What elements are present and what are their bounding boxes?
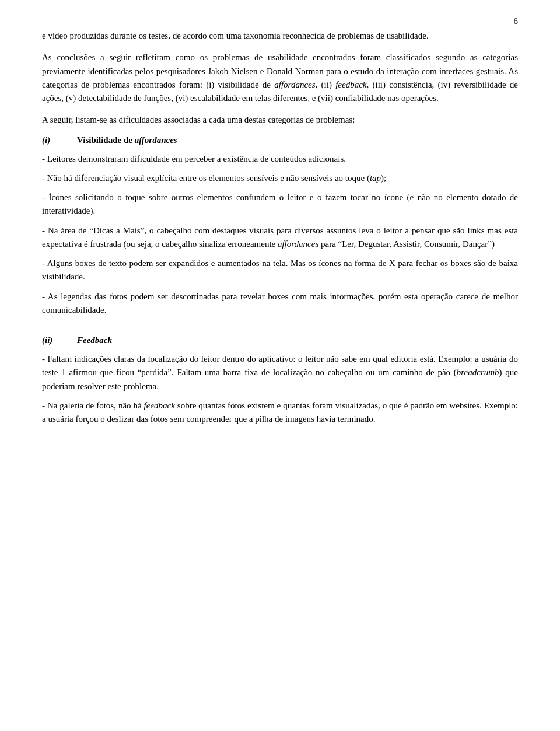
feedback-title-italic: Feedback: [77, 335, 112, 345]
affordances-italic-4: affordances: [278, 239, 318, 249]
section-ii-item-1: - Faltam indicações claras da localizaçã…: [42, 352, 518, 393]
breadcrumb-italic: breadcrumb: [457, 368, 499, 377]
section-i-item-3: - Ícones solicitando o toque sobre outro…: [42, 191, 518, 218]
intro-paragraph-1: e vídeo produzidas durante os testes, de…: [42, 29, 518, 43]
section-ii-heading: (ii) Feedback: [42, 335, 518, 345]
section-i-title: Visibilidade de affordances: [77, 135, 177, 145]
section-i-item-4: - Na área de “Dicas a Mais”, o cabeçalho…: [42, 224, 518, 251]
intro-paragraph-3: A seguir, listam-se as dificuldades asso…: [42, 113, 518, 127]
section-ii-title: Feedback: [77, 335, 112, 345]
section-ii: (ii) Feedback - Faltam indicações claras…: [42, 335, 518, 426]
feedback-italic-1: feedback: [335, 80, 366, 89]
content-area: e vídeo produzidas durante os testes, de…: [42, 29, 518, 426]
section-i-item-1: - Leitores demonstraram dificuldade em p…: [42, 152, 518, 166]
section-ii-label: (ii): [42, 335, 77, 345]
section-i-label: (i): [42, 135, 77, 145]
affordances-italic-1: affordances: [274, 80, 315, 89]
feedback-italic-2: feedback: [144, 401, 175, 410]
intro-paragraph-2: As conclusões a seguir refletiram como o…: [42, 51, 518, 105]
tap-italic: tap: [370, 173, 381, 183]
section-ii-item-2: - Na galeria de fotos, não há feedback s…: [42, 399, 518, 426]
section-i-item-6: - As legendas das fotos podem ser descor…: [42, 290, 518, 317]
section-i-item-2: - Não há diferenciação visual explícita …: [42, 172, 518, 185]
page-number: 6: [514, 16, 519, 26]
section-i: (i) Visibilidade de affordances - Leitor…: [42, 135, 518, 317]
page-container: 6 e vídeo produzidas durante os testes, …: [0, 0, 560, 731]
affordances-title-italic: affordances: [135, 135, 177, 145]
section-ii-label-text: (ii): [42, 335, 52, 345]
section-i-item-5: - Alguns boxes de texto podem ser expand…: [42, 257, 518, 284]
section-i-heading: (i) Visibilidade de affordances: [42, 135, 518, 145]
